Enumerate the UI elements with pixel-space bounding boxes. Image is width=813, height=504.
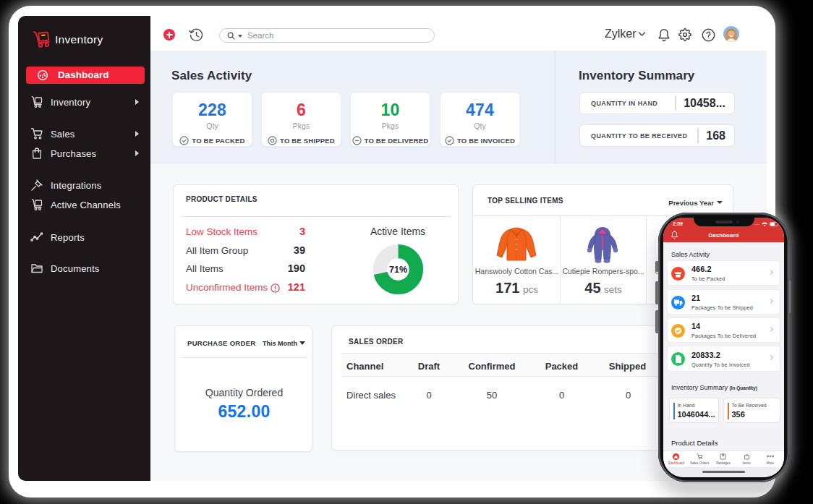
svg-text:71%: 71% — [389, 265, 407, 275]
